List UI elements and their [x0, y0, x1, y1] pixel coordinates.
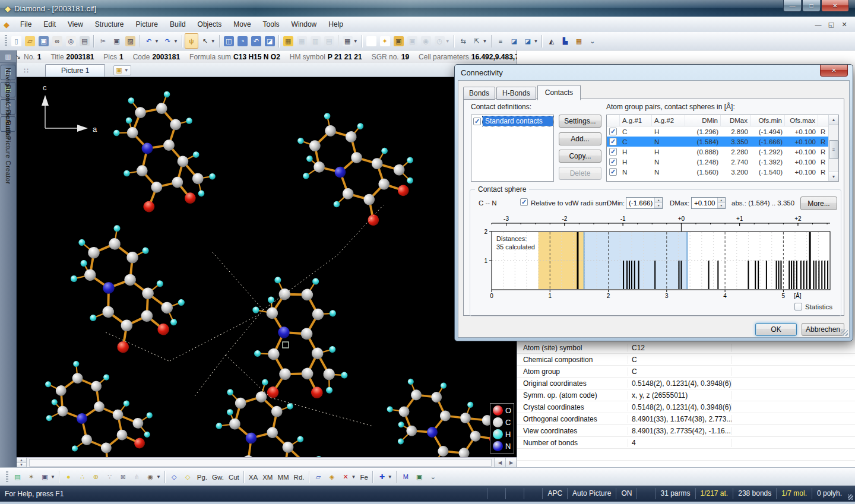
fill-cell-button[interactable]: ⊠ — [116, 470, 130, 485]
tab-h-bonds[interactable]: H-Bonds — [496, 87, 536, 100]
scrollbar-thumb[interactable]: ≡ — [829, 140, 838, 159]
cut-button[interactable]: Cut — [226, 473, 242, 482]
toolbar-grip[interactable] — [6, 471, 8, 483]
spin-up-icon[interactable]: ▲ — [718, 198, 726, 203]
tile-pictures-button[interactable]: ∷ — [19, 65, 33, 76]
paste-picture-button[interactable]: ▣ — [406, 33, 419, 49]
list-item-standard-contacts[interactable]: ✓ Standard contacts — [472, 116, 553, 126]
sidebar-item-navigation[interactable]: ◫Navigation — [1, 65, 15, 80]
open-folder-button[interactable]: ▱ — [23, 33, 37, 49]
table-angles-button[interactable]: ▥ — [309, 33, 322, 49]
close-button[interactable]: ✕ — [821, 0, 849, 12]
chart-table-button[interactable]: ▦ — [572, 33, 585, 49]
canvas-horizontal-scrollbar[interactable]: ▲ ▼ ◀ ▶ — [17, 457, 517, 468]
row-checkbox[interactable]: ✓ — [609, 128, 617, 135]
copy-button[interactable]: ▣ — [110, 33, 124, 49]
paste-button[interactable]: ▨ — [124, 33, 137, 49]
row-checkbox[interactable]: ✓ — [609, 148, 617, 156]
send-picture-button[interactable]: ⇱▼ — [470, 33, 489, 49]
canvas-vertical-scroll-buttons[interactable]: ▲ ▼ — [17, 458, 27, 468]
resize-grip[interactable] — [847, 486, 855, 502]
data-sheet-pane-button[interactable]: ◔ — [236, 33, 249, 49]
toolbar-overflow-button[interactable]: ⌄ — [585, 33, 599, 49]
polyhedron-blue-button[interactable]: ◇ — [167, 470, 181, 485]
scroll-down-button[interactable]: ▼ — [829, 172, 838, 181]
picture-mode-button[interactable]: ▣▼ — [38, 470, 57, 485]
scrollbar-track[interactable] — [29, 459, 492, 467]
send-backward-button[interactable]: ⇆ — [457, 33, 470, 49]
menu-structure[interactable]: Structure — [89, 18, 130, 31]
dmin-spinner[interactable]: (-1.666) ▲▼ — [626, 197, 663, 209]
scroll-left-button[interactable]: ◀ — [494, 458, 505, 468]
move-tool-button[interactable]: ✚▼ — [375, 470, 394, 485]
rd-button[interactable]: Rd. — [292, 473, 307, 482]
redo-button[interactable]: ↷▼ — [161, 33, 180, 49]
fe-atom[interactable]: Fe — [357, 473, 370, 482]
dialog-close-button[interactable]: ✕ — [820, 65, 848, 77]
structure-canvas[interactable]: c a OCHN — [17, 77, 517, 457]
coordination-sphere-button[interactable]: ◉▼ — [144, 470, 163, 485]
unit-cell-button[interactable]: ▱ — [312, 470, 325, 485]
menu-picture[interactable]: Picture — [130, 18, 164, 31]
undo-button[interactable]: ↶▼ — [142, 33, 161, 49]
cut-button[interactable]: ✂ — [96, 33, 110, 49]
grow-fragment-button[interactable]: ⋔ — [130, 470, 144, 485]
render-picture-button[interactable]: ▣ — [413, 470, 426, 485]
pairs-table-row-2[interactable]: ✓HH(0.888)2.280(-1.292)+0.100R — [607, 147, 838, 157]
header-ag2[interactable]: A.g.#2 — [652, 115, 685, 126]
menu-objects[interactable]: Objects — [192, 18, 228, 31]
picture-pane-button[interactable]: ◪ — [263, 33, 277, 49]
pan-hand-button[interactable]: ψ — [185, 33, 198, 49]
more-button[interactable]: More... — [800, 196, 837, 210]
new-document-button[interactable]: ▯ — [10, 33, 23, 49]
mdi-minimize-button[interactable]: — — [813, 21, 823, 28]
copy-button[interactable]: Copy... — [559, 150, 601, 163]
minimize-button[interactable]: — — [783, 0, 802, 12]
table-torsions-button[interactable]: ▤ — [322, 33, 336, 49]
pairs-table-row-3[interactable]: ✓HN(1.248)2.740(-1.392)+0.100R — [607, 157, 838, 167]
atom-group-button[interactable]: ∴ — [75, 470, 89, 485]
menu-help[interactable]: Help — [322, 18, 349, 31]
polyhedron-yellow-button[interactable]: ◇ — [181, 470, 195, 485]
packing-button[interactable]: Pg. — [195, 473, 210, 482]
header-dmin[interactable]: DMin — [685, 115, 721, 126]
cancel-button[interactable]: Abbrechen — [802, 323, 844, 336]
dialog-resize-grip[interactable] — [841, 329, 848, 336]
row-checkbox[interactable]: ✓ — [609, 138, 617, 145]
contact-definitions-list[interactable]: ✓ Standard contacts — [471, 115, 554, 182]
menu-file[interactable]: File — [14, 18, 37, 31]
header-ofsmin[interactable]: Ofs.min — [750, 115, 785, 126]
chart-histogram-button[interactable]: ▙ — [558, 33, 572, 49]
copy-picture-button[interactable]: ▣ — [392, 33, 406, 49]
view-split-alt-button[interactable]: ◪▼ — [521, 33, 540, 49]
header-ofsmax[interactable]: Ofs.max — [785, 115, 818, 126]
header-dmax[interactable]: DMax — [721, 115, 750, 126]
bottom-overflow-button[interactable]: ⌄ — [426, 470, 440, 485]
build-wizard-button[interactable]: ✶ — [24, 470, 38, 485]
draw-atom-button[interactable]: ● — [62, 470, 75, 485]
pairs-table-scrollbar[interactable]: ▲ ≡ ▼ — [828, 115, 838, 181]
toolbar-grip[interactable] — [5, 35, 7, 47]
dialog-titlebar[interactable]: Connectivity — [455, 65, 853, 80]
pairs-table-row-4[interactable]: ✓NN(1.560)3.200(-1.540)+0.100R — [607, 167, 838, 177]
scroll-right-button[interactable]: ▶ — [505, 458, 517, 468]
history-button[interactable]: ◷▼ — [433, 33, 452, 49]
maximize-button[interactable]: □ — [802, 0, 821, 12]
undo-pane-button[interactable]: ↶ — [249, 33, 263, 49]
save-button[interactable]: ▣ — [37, 33, 50, 49]
header-ag1[interactable]: A.g.#1 — [620, 115, 652, 126]
select-pointer-button[interactable]: ↖▼ — [198, 33, 217, 49]
row-checkbox[interactable]: ✓ — [609, 158, 617, 166]
settings-button[interactable]: Settings... — [559, 115, 601, 128]
menu-view[interactable]: View — [62, 18, 89, 31]
view-list-button[interactable]: ≡ — [494, 33, 508, 49]
delete-button[interactable]: Delete — [559, 167, 601, 180]
menu-window[interactable]: Window — [286, 18, 323, 31]
row-checkbox[interactable]: ✓ — [609, 168, 617, 176]
molecule-mode-button[interactable]: M — [399, 470, 413, 485]
destroy-button[interactable]: ✕▼ — [339, 470, 358, 485]
chart-triangle-button[interactable]: ◭ — [544, 33, 558, 49]
growth-button[interactable]: Gw. — [210, 473, 226, 482]
tab-picture-1[interactable]: Picture 1 — [45, 64, 105, 77]
spin-up-icon[interactable]: ▲ — [655, 198, 662, 203]
